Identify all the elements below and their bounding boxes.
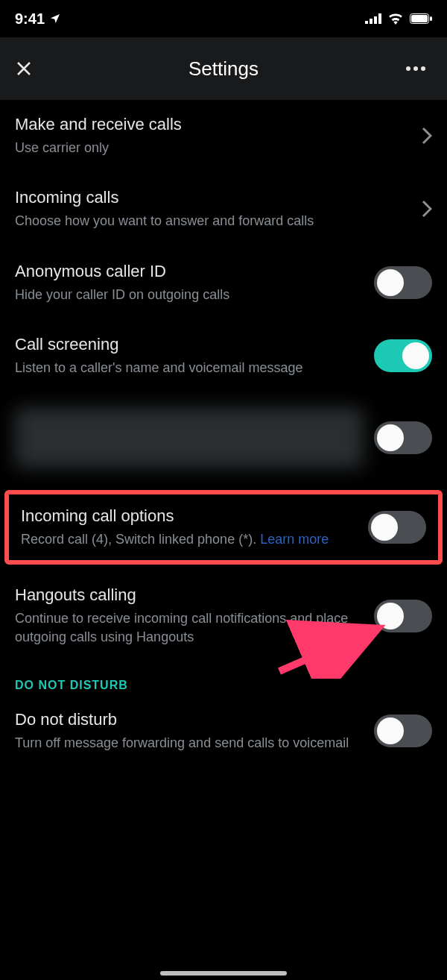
location-icon	[49, 13, 61, 25]
row-subtitle: Hide your caller ID on outgoing calls	[15, 286, 364, 304]
toggle-anonymous-caller-id[interactable]	[374, 266, 432, 299]
row-do-not-disturb: Do not disturb Turn off message forwardi…	[0, 695, 447, 768]
svg-rect-5	[411, 15, 428, 22]
row-subtitle: Continue to receive incoming call notifi…	[15, 609, 364, 646]
more-button[interactable]	[405, 66, 432, 72]
row-title: Anonymous caller ID	[15, 262, 364, 281]
battery-icon	[410, 13, 432, 24]
row-subtitle: Listen to a caller's name and voicemail …	[15, 359, 364, 377]
chevron-right-icon	[422, 200, 432, 218]
close-button[interactable]	[15, 60, 42, 78]
row-anonymous-caller-id: Anonymous caller ID Hide your caller ID …	[0, 247, 447, 320]
header-bar: Settings	[0, 37, 447, 100]
row-call-screening: Call screening Listen to a caller's name…	[0, 320, 447, 393]
row-incoming-call-options: Incoming call options Record call (4), S…	[9, 494, 438, 560]
svg-point-9	[421, 66, 425, 71]
toggle-do-not-disturb[interactable]	[374, 714, 432, 747]
section-do-not-disturb: DO NOT DISTURB	[0, 662, 447, 695]
row-subtitle: Record call (4), Switch linked phone (*)…	[21, 530, 358, 548]
toggle-incoming-call-options[interactable]	[368, 511, 426, 544]
row-incoming-calls[interactable]: Incoming calls Choose how you want to an…	[0, 173, 447, 246]
row-subtitle: Choose how you want to answer and forwar…	[15, 212, 411, 230]
close-icon	[15, 60, 33, 78]
learn-more-link[interactable]: Learn more	[260, 532, 329, 547]
chevron-right-icon	[422, 127, 432, 145]
page-title: Settings	[42, 57, 405, 81]
redacted-content	[15, 408, 364, 468]
row-title: Incoming call options	[21, 506, 358, 526]
settings-list: Make and receive calls Use carrier only …	[0, 100, 447, 768]
toggle-redacted[interactable]	[374, 421, 432, 454]
toggle-hangouts-calling[interactable]	[374, 600, 432, 632]
svg-rect-0	[365, 21, 368, 24]
row-title: Call screening	[15, 335, 364, 354]
row-subtitle: Use carrier only	[15, 139, 411, 157]
row-redacted	[0, 393, 447, 484]
more-icon	[405, 66, 426, 72]
row-title: Do not disturb	[15, 710, 364, 729]
row-title: Make and receive calls	[15, 115, 411, 134]
row-title: Incoming calls	[15, 188, 411, 207]
svg-rect-3	[378, 13, 381, 24]
svg-rect-6	[430, 16, 432, 21]
row-subtitle: Turn off message forwarding and send cal…	[15, 734, 364, 752]
status-time: 9:41	[15, 10, 45, 28]
signal-icon	[365, 13, 381, 24]
svg-point-7	[406, 66, 410, 71]
svg-rect-2	[374, 16, 377, 24]
toggle-call-screening[interactable]	[374, 339, 432, 372]
home-indicator[interactable]	[160, 971, 287, 976]
row-hangouts-calling: Hangouts calling Continue to receive inc…	[0, 571, 447, 662]
notch	[142, 0, 305, 22]
row-make-receive-calls[interactable]: Make and receive calls Use carrier only	[0, 100, 447, 173]
svg-rect-1	[370, 19, 372, 24]
svg-point-8	[413, 66, 418, 71]
highlight-annotation: Incoming call options Record call (4), S…	[4, 490, 443, 565]
subtitle-text: Record call (4), Switch linked phone (*)…	[21, 532, 260, 547]
wifi-icon	[387, 13, 404, 25]
row-title: Hangouts calling	[15, 585, 364, 605]
